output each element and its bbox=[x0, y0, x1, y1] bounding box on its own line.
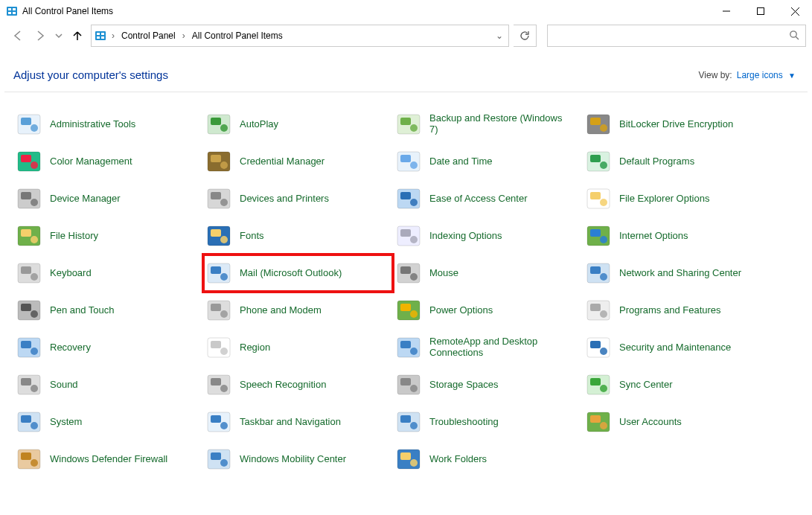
cp-item-mobility-center[interactable]: Windows Mobility Center bbox=[203, 441, 393, 478]
forward-button[interactable] bbox=[31, 27, 49, 45]
breadcrumb-current[interactable]: All Control Panel Items bbox=[191, 31, 284, 41]
svg-rect-38 bbox=[211, 155, 221, 162]
svg-rect-146 bbox=[21, 415, 31, 423]
cp-item-backup-and-restore[interactable]: Backup and Restore (Windows 7) bbox=[393, 106, 583, 143]
svg-point-83 bbox=[31, 273, 38, 281]
svg-point-55 bbox=[220, 199, 228, 206]
svg-rect-138 bbox=[400, 378, 411, 386]
cp-item-taskbar[interactable]: Taskbar and Navigation bbox=[203, 403, 393, 441]
svg-rect-50 bbox=[21, 192, 31, 199]
cp-item-indexing-options[interactable]: Indexing Options bbox=[393, 217, 583, 255]
refresh-button[interactable] bbox=[514, 25, 537, 47]
chevron-down-icon: ▼ bbox=[788, 71, 796, 80]
cp-item-color-management[interactable]: Color Management bbox=[13, 143, 203, 180]
svg-rect-74 bbox=[400, 229, 411, 237]
chevron-right-icon[interactable]: › bbox=[109, 31, 117, 41]
address-bar[interactable]: › Control Panel › All Control Panel Item… bbox=[91, 25, 509, 47]
cp-item-work-folders[interactable]: Work Folders bbox=[393, 441, 583, 478]
svg-rect-150 bbox=[211, 415, 221, 423]
cp-item-remoteapp[interactable]: RemoteApp and Desktop Connections bbox=[393, 329, 583, 366]
cp-item-user-accounts[interactable]: User Accounts bbox=[583, 403, 773, 441]
cp-item-keyboard[interactable]: Keyboard bbox=[13, 255, 203, 292]
svg-point-51 bbox=[31, 199, 38, 206]
cp-item-phone-and-modem[interactable]: Phone and Modem bbox=[203, 292, 393, 329]
search-icon bbox=[789, 30, 799, 42]
close-button[interactable] bbox=[778, 0, 812, 22]
cp-item-label: Backup and Restore (Windows 7) bbox=[429, 113, 571, 135]
cp-item-file-history[interactable]: File History bbox=[13, 217, 203, 255]
cp-item-internet-options[interactable]: Internet Options bbox=[583, 217, 773, 255]
cp-item-troubleshooting[interactable]: Troubleshooting bbox=[393, 403, 583, 441]
chevron-right-icon[interactable]: › bbox=[180, 31, 188, 41]
cp-item-autoplay[interactable]: AutoPlay bbox=[203, 106, 393, 143]
svg-point-63 bbox=[600, 199, 607, 206]
cp-item-label: Administrative Tools bbox=[50, 119, 135, 130]
cp-item-recovery[interactable]: Recovery bbox=[13, 329, 203, 366]
cp-item-default-programs[interactable]: Default Programs bbox=[583, 143, 773, 180]
sync-center-icon bbox=[586, 372, 611, 397]
cp-item-date-and-time[interactable]: Date and Time bbox=[393, 143, 583, 180]
cp-item-device-manager[interactable]: Device Manager bbox=[13, 180, 203, 217]
back-button[interactable] bbox=[9, 27, 27, 45]
cp-item-defender-firewall[interactable]: Windows Defender Firewall bbox=[13, 441, 203, 478]
cp-item-label: Fonts bbox=[240, 231, 264, 242]
programs-and-features-icon bbox=[586, 298, 611, 323]
svg-rect-66 bbox=[21, 229, 31, 237]
svg-rect-114 bbox=[21, 341, 31, 348]
address-dropdown-icon[interactable]: ⌄ bbox=[493, 31, 505, 41]
cp-item-label: Speech Recognition bbox=[240, 380, 326, 391]
cp-item-bitlocker[interactable]: BitLocker Drive Encryption bbox=[583, 106, 773, 143]
svg-rect-162 bbox=[21, 452, 31, 460]
cp-item-region[interactable]: Region bbox=[203, 329, 393, 366]
cp-item-speech-recognition[interactable]: Speech Recognition bbox=[203, 366, 393, 403]
cp-item-sync-center[interactable]: Sync Center bbox=[583, 366, 773, 403]
svg-rect-142 bbox=[590, 378, 601, 386]
cp-item-mouse[interactable]: Mouse bbox=[393, 255, 583, 292]
cp-item-administrative-tools[interactable]: Administrative Tools bbox=[13, 106, 203, 143]
view-by-value: Large icons bbox=[737, 70, 783, 80]
cp-item-label: Keyboard bbox=[50, 268, 92, 279]
cp-item-network-sharing[interactable]: Network and Sharing Center bbox=[583, 255, 773, 292]
cp-item-label: Color Management bbox=[50, 156, 132, 167]
cp-item-credential-manager[interactable]: Credential Manager bbox=[203, 143, 393, 180]
cp-item-label: System bbox=[50, 417, 82, 428]
phone-and-modem-icon bbox=[206, 298, 231, 323]
cp-item-label: Windows Mobility Center bbox=[240, 454, 346, 465]
cp-item-sound[interactable]: Sound bbox=[13, 366, 203, 403]
security-maintenance-icon bbox=[586, 335, 611, 360]
svg-rect-166 bbox=[211, 452, 221, 460]
search-input[interactable] bbox=[547, 25, 806, 47]
indexing-options-icon bbox=[396, 223, 421, 249]
cp-item-security-maintenance[interactable]: Security and Maintenance bbox=[583, 329, 773, 366]
control-panel-app-icon bbox=[6, 5, 18, 17]
cp-item-storage-spaces[interactable]: Storage Spaces bbox=[393, 366, 583, 403]
svg-rect-26 bbox=[400, 118, 411, 125]
svg-point-131 bbox=[31, 385, 38, 392]
minimize-button[interactable] bbox=[709, 0, 744, 22]
svg-rect-102 bbox=[211, 304, 221, 311]
cp-item-devices-and-printers[interactable]: Devices and Printers bbox=[203, 180, 393, 217]
up-button[interactable] bbox=[68, 27, 86, 45]
svg-point-87 bbox=[220, 273, 228, 281]
svg-rect-86 bbox=[211, 266, 221, 274]
device-manager-icon bbox=[16, 186, 42, 211]
breadcrumb-root[interactable]: Control Panel bbox=[120, 31, 177, 41]
recent-locations-button[interactable] bbox=[54, 27, 64, 45]
svg-rect-6 bbox=[758, 8, 764, 15]
cp-item-fonts[interactable]: Fonts bbox=[203, 217, 393, 255]
svg-point-67 bbox=[31, 236, 38, 243]
svg-rect-62 bbox=[590, 192, 601, 199]
cp-item-file-explorer-options[interactable]: File Explorer Options bbox=[583, 180, 773, 217]
cp-item-mail[interactable]: Mail (Microsoft Outlook) bbox=[203, 255, 393, 292]
cp-item-label: Region bbox=[240, 342, 270, 354]
maximize-button[interactable] bbox=[744, 0, 778, 22]
view-by-dropdown[interactable]: Large icons ▼ bbox=[737, 70, 796, 80]
cp-item-programs-and-features[interactable]: Programs and Features bbox=[583, 292, 773, 329]
svg-point-43 bbox=[410, 161, 418, 169]
sound-icon bbox=[16, 372, 42, 397]
cp-item-ease-of-access[interactable]: Ease of Access Center bbox=[393, 180, 583, 217]
cp-item-system[interactable]: System bbox=[13, 403, 203, 441]
cp-item-pen-and-touch[interactable]: Pen and Touch bbox=[13, 292, 203, 329]
cp-item-power-options[interactable]: Power Options bbox=[393, 292, 583, 329]
window-controls bbox=[709, 0, 812, 22]
